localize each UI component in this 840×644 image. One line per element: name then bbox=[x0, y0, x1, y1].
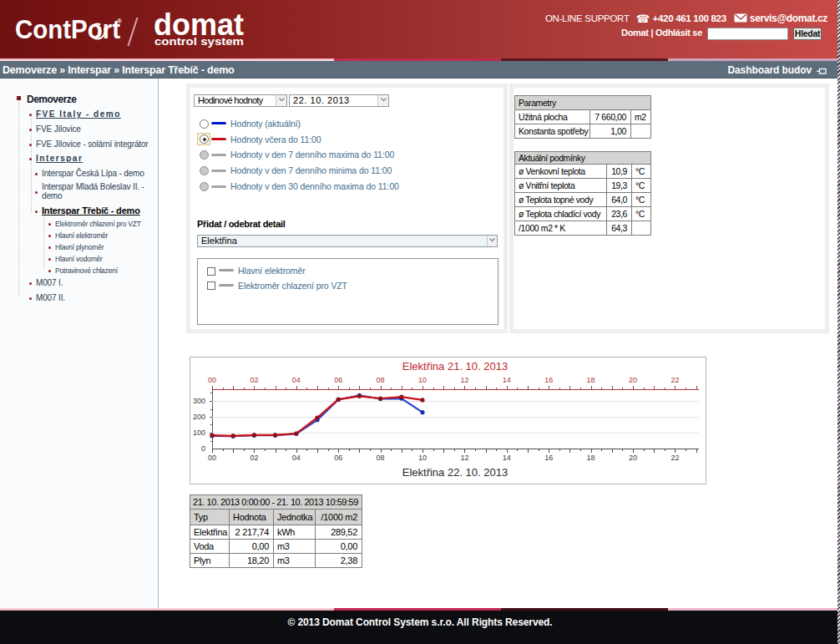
svg-text:14: 14 bbox=[503, 454, 511, 462]
svg-text:20: 20 bbox=[629, 376, 637, 384]
svg-text:00: 00 bbox=[208, 454, 216, 462]
svg-text:100: 100 bbox=[193, 428, 205, 437]
svg-text:04: 04 bbox=[292, 376, 301, 384]
svg-text:18: 18 bbox=[587, 454, 595, 462]
svg-text:08: 08 bbox=[377, 376, 385, 384]
svg-text:02: 02 bbox=[250, 454, 258, 462]
svg-text:06: 06 bbox=[334, 454, 342, 462]
svg-text:18: 18 bbox=[587, 376, 595, 384]
svg-text:0: 0 bbox=[201, 444, 205, 453]
svg-text:control system: control system bbox=[154, 35, 244, 48]
svg-text:06: 06 bbox=[334, 376, 342, 384]
svg-text:®: ® bbox=[117, 18, 122, 25]
svg-text:14: 14 bbox=[503, 376, 511, 384]
svg-text:Elektřina 22. 10. 2013: Elektřina 22. 10. 2013 bbox=[402, 466, 508, 479]
svg-text:Elektřina 21. 10. 2013: Elektřina 21. 10. 2013 bbox=[402, 360, 508, 373]
svg-text:02: 02 bbox=[250, 376, 258, 384]
svg-text:22: 22 bbox=[670, 376, 679, 384]
svg-text:00: 00 bbox=[208, 376, 216, 384]
svg-text:04: 04 bbox=[292, 454, 301, 462]
svg-text:16: 16 bbox=[544, 376, 553, 384]
svg-text:12: 12 bbox=[460, 376, 468, 384]
svg-text:300: 300 bbox=[193, 397, 205, 405]
svg-text:200: 200 bbox=[193, 413, 205, 421]
svg-text:16: 16 bbox=[544, 454, 553, 462]
svg-text:20: 20 bbox=[629, 454, 637, 462]
svg-text:10: 10 bbox=[418, 376, 427, 384]
svg-text:08: 08 bbox=[377, 454, 385, 462]
svg-text:22: 22 bbox=[670, 454, 679, 462]
svg-text:10: 10 bbox=[418, 454, 427, 462]
svg-text:12: 12 bbox=[460, 454, 468, 462]
